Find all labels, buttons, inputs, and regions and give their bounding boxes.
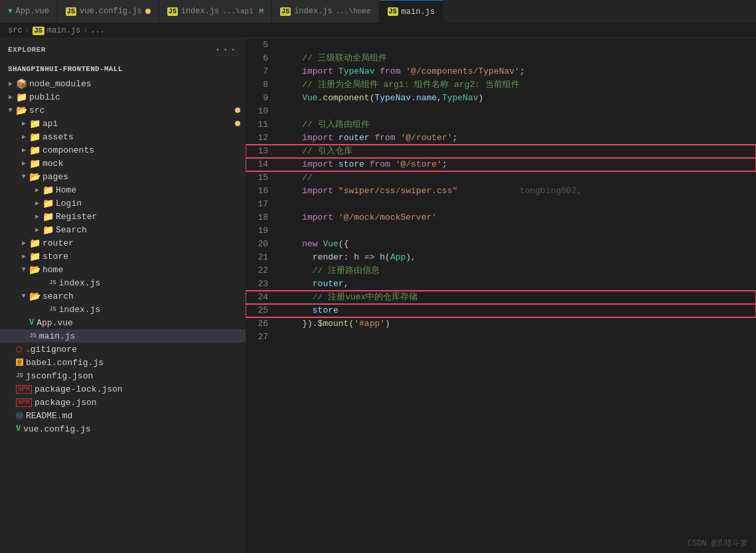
sidebar-item-package-lock[interactable]: ▶ NPM package-lock.json	[0, 382, 246, 396]
folder-icon: 📁	[42, 185, 53, 195]
md-icon: Ⓜ	[16, 411, 23, 421]
item-label: jsconfig.json	[26, 371, 93, 381]
chevron-right-icon: ▶	[5, 92, 16, 102]
js-icon: JS	[388, 7, 398, 16]
gitignore-icon: ⬡	[16, 345, 23, 354]
breadcrumb-src: src	[8, 26, 23, 35]
sidebar-item-home-folder[interactable]: ▶ 📂 home	[0, 263, 246, 276]
sidebar-item-login[interactable]: ▶ 📁 Login	[0, 197, 246, 210]
js-badge: JS	[33, 27, 44, 35]
folder-icon: 📦	[16, 78, 27, 89]
sidebar-item-src[interactable]: ▶ 📂 src	[0, 104, 246, 117]
code-line: 9 Vue.component(TypeNav.name,TypeNav)	[246, 92, 756, 105]
tab-label: index.js	[294, 7, 333, 16]
folder-icon: 📁	[29, 118, 40, 129]
modified-dot	[235, 121, 240, 126]
code-line: 7 import TypeNav from '@/components/Type…	[246, 65, 756, 78]
sidebar-item-pages[interactable]: ▶ 📂 pages	[0, 170, 246, 183]
folder-icon: 📂	[29, 171, 40, 182]
code-line: 15 //	[246, 171, 756, 185]
sidebar-item-vue-config[interactable]: ▶ V vue.config.js	[0, 422, 246, 435]
sidebar-item-home-page[interactable]: ▶ 📁 Home	[0, 183, 246, 197]
breadcrumb: src › JS main.js › ...	[0, 23, 756, 39]
tab-vue-config[interactable]: JS vue.config.js	[58, 0, 159, 23]
modified-marker: M	[260, 7, 264, 15]
sidebar-item-app-vue[interactable]: ▶ V App.vue	[0, 316, 246, 329]
code-line: 11 // 引入路由组件	[246, 118, 756, 131]
item-label: index.js	[59, 305, 100, 315]
tab-app-vue[interactable]: ▼ App.vue	[0, 0, 58, 23]
tab-label: index.js	[181, 7, 220, 16]
folder-icon: 📁	[29, 158, 40, 169]
code-line-highlighted: 25 store	[246, 304, 756, 317]
sidebar-item-babel[interactable]: ▶ 🅱 babel.config.js	[0, 356, 246, 369]
sidebar-item-mock[interactable]: ▶ 📁 mock	[0, 157, 246, 170]
item-label: src	[29, 106, 44, 116]
sidebar-item-assets[interactable]: ▶ 📁 assets	[0, 130, 246, 143]
babel-icon: 🅱	[16, 358, 23, 367]
more-button[interactable]: ···	[214, 44, 238, 56]
item-label: Home	[56, 185, 76, 195]
item-label: package.json	[35, 398, 97, 408]
sidebar-item-main-js[interactable]: ▶ JS main.js	[0, 329, 246, 343]
sidebar-item-store[interactable]: ▶ 📁 store	[0, 250, 246, 263]
code-line: 19	[246, 224, 756, 238]
chevron-right-icon: ▶	[19, 118, 29, 129]
chevron-right-icon: ▶	[19, 145, 29, 155]
tab-bar: ▼ App.vue JS vue.config.js JS index.js .…	[0, 0, 756, 23]
sidebar-item-package[interactable]: ▶ NPM package.json	[0, 396, 246, 409]
tab-main-js[interactable]: JS main.js	[380, 0, 443, 23]
item-label: .gitignore	[25, 345, 77, 355]
folder-icon: 📁	[29, 131, 40, 142]
folder-icon: 📁	[42, 198, 53, 208]
sidebar-item-search-folder[interactable]: ▶ 📂 search	[0, 289, 246, 303]
code-line: 16 import "swiper/css/swiper.css" tongbi…	[246, 185, 756, 198]
code-line: 27	[246, 331, 756, 344]
sidebar-item-node-modules[interactable]: ▶ 📦 node_modules	[0, 77, 246, 90]
item-label: mock	[42, 159, 63, 169]
chevron-right-icon: ▶	[32, 185, 42, 195]
sidebar-item-gitignore[interactable]: ▶ ⬡ .gitignore	[0, 343, 246, 356]
chevron-down-icon: ▶	[19, 291, 29, 301]
item-label: node_modules	[29, 79, 92, 89]
item-label: vue.config.js	[23, 424, 90, 434]
js-icon: JS	[29, 333, 37, 339]
tab-index-api[interactable]: JS index.js ...\api M	[159, 0, 272, 23]
folder-icon: 📁	[16, 92, 27, 102]
item-label: package-lock.json	[35, 384, 123, 394]
chevron-right-icon: ▶	[19, 131, 29, 142]
code-line: 26 }).$mount('#app')	[246, 317, 756, 331]
item-label: Register	[56, 212, 97, 222]
chevron-down-icon: ▶	[19, 171, 29, 182]
sidebar-item-search[interactable]: ▶ 📁 Search	[0, 223, 246, 236]
sidebar-item-api[interactable]: ▶ 📁 api	[0, 117, 246, 130]
tab-index-home[interactable]: JS index.js ...\home	[272, 0, 379, 23]
js-icon: JS	[16, 372, 23, 379]
item-label: router	[42, 238, 74, 248]
sidebar-item-register[interactable]: ▶ 📁 Register	[0, 210, 246, 223]
modified-dot	[235, 108, 240, 113]
sidebar-item-search-index[interactable]: ▶ JS index.js	[0, 303, 246, 316]
sidebar-item-jsconfig[interactable]: ▶ JS jsconfig.json	[0, 369, 246, 382]
sidebar-item-public[interactable]: ▶ 📁 public	[0, 90, 246, 104]
sidebar-item-readme[interactable]: ▶ Ⓜ README.md	[0, 409, 246, 422]
folder-icon: 📁	[42, 211, 53, 222]
code-line-highlighted: 14 import store from '@/store';	[246, 158, 756, 171]
code-line: 17	[246, 198, 756, 211]
code-line-highlighted: 13 // 引入仓库	[246, 145, 756, 158]
code-editor[interactable]: 5 6 // 三级联动全局组件 7 import TypeNav from '@…	[246, 39, 756, 553]
tab-sublabel: ...\home	[336, 7, 371, 15]
folder-icon: 📁	[29, 145, 40, 155]
sidebar-item-components[interactable]: ▶ 📁 components	[0, 143, 246, 157]
chevron-down-icon: ▶	[19, 264, 29, 275]
vue-icon: V	[16, 424, 21, 434]
sidebar-item-router[interactable]: ▶ 📁 router	[0, 236, 246, 250]
item-label: Login	[56, 198, 82, 208]
sidebar-item-home-index[interactable]: ▶ JS index.js	[0, 276, 246, 289]
modified-dot	[145, 9, 151, 14]
chevron-right-icon: ▶	[32, 224, 42, 235]
vue-icon: V	[29, 318, 34, 327]
item-label: public	[29, 92, 60, 102]
code-line: 12 import router from '@/router';	[246, 131, 756, 145]
item-label: README.md	[26, 411, 72, 421]
